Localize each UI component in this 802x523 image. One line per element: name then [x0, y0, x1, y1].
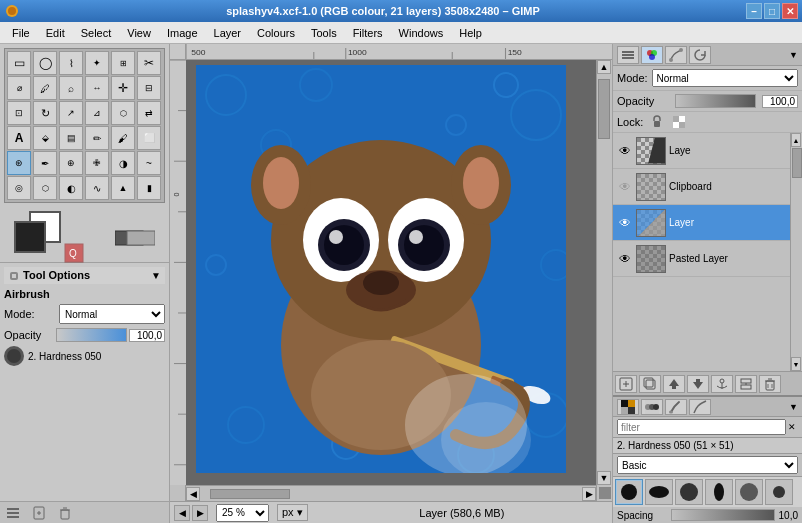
mode-select[interactable]: Normal [59, 304, 165, 324]
duplicate-layer-button[interactable] [639, 375, 661, 393]
scroll-thumb-horizontal[interactable] [210, 489, 290, 499]
tool-move[interactable]: ✛ [111, 76, 135, 100]
menu-filters[interactable]: Filters [345, 25, 391, 41]
menu-layer[interactable]: Layer [206, 25, 250, 41]
tool-bucket-fill[interactable]: ⬙ [33, 126, 57, 150]
panel-menu-button[interactable]: ▼ [789, 50, 798, 60]
menu-file[interactable]: File [4, 25, 38, 41]
layer-item[interactable]: 👁 Laye [613, 133, 790, 169]
brush-item[interactable] [645, 479, 673, 505]
new-doc-icon[interactable] [30, 504, 48, 522]
menu-edit[interactable]: Edit [38, 25, 73, 41]
brush-mode-select[interactable]: Basic [617, 456, 798, 474]
brushes-panel-menu-button[interactable]: ▼ [789, 402, 798, 412]
color-swap-icon[interactable] [115, 229, 155, 247]
menu-select[interactable]: Select [73, 25, 120, 41]
vertical-scrollbar[interactable]: ▲ ▼ [596, 60, 612, 485]
tool-eraser[interactable]: ⬜ [137, 126, 161, 150]
tool-shear[interactable]: ⊿ [85, 101, 109, 125]
tool-options-chevron[interactable]: ▼ [151, 270, 161, 281]
scroll-down-button[interactable]: ▼ [597, 471, 611, 485]
lock-alpha-icon[interactable] [671, 114, 687, 130]
brushes-tab[interactable] [665, 399, 687, 415]
brush-item[interactable] [765, 479, 793, 505]
scroll-up-button[interactable]: ▲ [597, 60, 611, 74]
minimize-button[interactable]: – [746, 3, 762, 19]
tool-clone[interactable]: ⊕ [59, 151, 83, 175]
layer-item[interactable]: 👁 Pasted Layer [613, 241, 790, 277]
lock-pixels-icon[interactable] [649, 114, 665, 130]
scroll-left-button[interactable]: ◀ [186, 487, 200, 501]
spacing-slider[interactable] [671, 509, 775, 521]
delete-layer-button[interactable] [759, 375, 781, 393]
menu-windows[interactable]: Windows [391, 25, 452, 41]
menu-image[interactable]: Image [159, 25, 206, 41]
tool-hue-sat[interactable]: ◐ [59, 176, 83, 200]
tool-color-picker[interactable]: 🖊 [33, 76, 57, 100]
tool-perspective[interactable]: ⬡ [111, 101, 135, 125]
foreground-color[interactable] [14, 221, 46, 253]
anchor-layer-button[interactable] [711, 375, 733, 393]
zoom-select[interactable]: 25 % 50 % 100 % [216, 504, 269, 522]
menu-colours[interactable]: Colours [249, 25, 303, 41]
tool-text[interactable]: A [7, 126, 31, 150]
history-tab[interactable] [689, 46, 711, 64]
scroll-right-button[interactable]: ▶ [582, 487, 596, 501]
tool-color-balance[interactable]: ⬡ [33, 176, 57, 200]
quick-mask-icon[interactable]: Q [64, 243, 84, 268]
tool-heal[interactable]: ✙ [85, 151, 109, 175]
tool-airbrush[interactable]: ⊛ [7, 151, 31, 175]
layers-scrollbar[interactable]: ▲ ▼ [790, 133, 802, 371]
layers-scroll-down[interactable]: ▼ [791, 357, 801, 371]
close-button[interactable]: ✕ [782, 3, 798, 19]
paths-tab[interactable] [665, 46, 687, 64]
brush-item[interactable] [705, 479, 733, 505]
layer-visibility-icon[interactable]: 👁 [617, 215, 633, 231]
tool-align[interactable]: ⊟ [137, 76, 161, 100]
scroll-thumb-vertical[interactable] [598, 79, 610, 139]
tool-flip[interactable]: ⇄ [137, 101, 161, 125]
move-layer-down-button[interactable] [687, 375, 709, 393]
delete-icon[interactable] [56, 504, 74, 522]
new-layer-button[interactable] [615, 375, 637, 393]
merge-layer-button[interactable] [735, 375, 757, 393]
tool-scissors[interactable]: ✂ [137, 51, 161, 75]
brush-color-tab[interactable] [617, 399, 639, 415]
menu-help[interactable]: Help [451, 25, 490, 41]
layer-item[interactable]: 👁 Clipboard [613, 169, 790, 205]
layers-scroll-up[interactable]: ▲ [791, 133, 801, 147]
layer-visibility-icon[interactable]: 👁 [617, 251, 633, 267]
brush-item[interactable] [615, 479, 643, 505]
tool-ink[interactable]: ✒ [33, 151, 57, 175]
tool-convolve[interactable]: ◎ [7, 176, 31, 200]
tool-pencil[interactable]: ✏ [85, 126, 109, 150]
brush-filter-clear[interactable]: ✕ [786, 422, 798, 432]
tool-levels[interactable]: ▲ [111, 176, 135, 200]
canvas-viewport[interactable] [186, 60, 596, 485]
menu-view[interactable]: View [119, 25, 159, 41]
tool-curves[interactable]: ∿ [85, 176, 109, 200]
tool-paintbrush[interactable]: 🖌 [111, 126, 135, 150]
resize-handle[interactable] [599, 487, 611, 499]
channels-tab[interactable] [641, 46, 663, 64]
layers-tab[interactable] [617, 46, 639, 64]
layer-item-active[interactable]: 👁 Layer [613, 205, 790, 241]
tool-ellipse-select[interactable]: ◯ [33, 51, 57, 75]
brush-item[interactable] [735, 479, 763, 505]
maximize-button[interactable]: □ [764, 3, 780, 19]
menu-tools[interactable]: Tools [303, 25, 345, 41]
config-icon[interactable] [4, 504, 22, 522]
layers-scroll-thumb[interactable] [792, 148, 802, 178]
dynamics-tab[interactable] [689, 399, 711, 415]
tool-smudge[interactable]: ~ [137, 151, 161, 175]
nav-next-button[interactable]: ▶ [192, 505, 208, 521]
layer-mode-select[interactable]: Normal [652, 69, 798, 87]
tool-measure[interactable]: ↔ [85, 76, 109, 100]
tool-dodge-burn[interactable]: ◑ [111, 151, 135, 175]
layer-visibility-icon[interactable]: 👁 [617, 143, 633, 159]
brush-filter-input[interactable] [617, 419, 786, 435]
layer-visibility-icon[interactable]: 👁 [617, 179, 633, 195]
brush-item[interactable] [675, 479, 703, 505]
tool-free-select[interactable]: ⌇ [59, 51, 83, 75]
tool-fg-select[interactable]: ⊞ [111, 51, 135, 75]
